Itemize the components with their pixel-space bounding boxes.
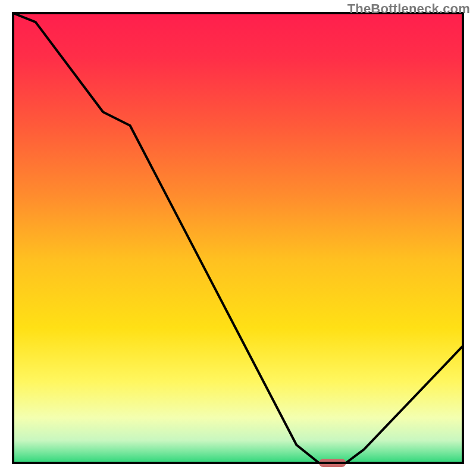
watermark-label: TheBottleneck.com [347, 1, 470, 17]
chart-container: TheBottleneck.com [0, 0, 476, 476]
bottleneck-chart [0, 0, 476, 476]
